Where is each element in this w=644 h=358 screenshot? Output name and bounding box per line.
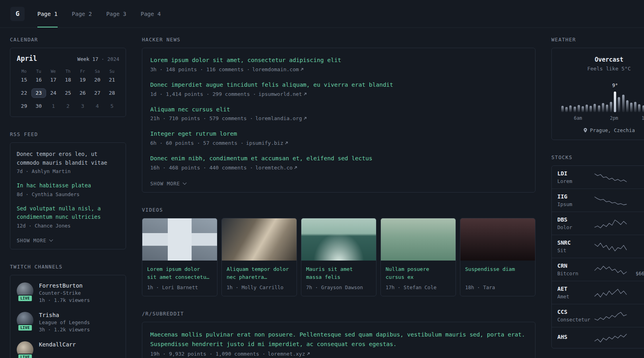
channel-avatar[interactable]: LIVE	[17, 312, 33, 329]
weather-hour-bar	[642, 105, 644, 112]
weather-hour	[568, 80, 572, 112]
stock-row[interactable]: AHS +0.46%	[552, 327, 644, 348]
hn-item-title[interactable]: Aliquam nec cursus elit	[150, 105, 527, 114]
stocks-title: STOCKS	[551, 154, 644, 160]
channel-name[interactable]: ForrestBurton	[39, 282, 90, 289]
external-link-icon	[303, 117, 307, 120]
stock-symbol: CRN	[557, 263, 594, 269]
calendar-widget: CALENDAR April Week 17 · 2024 Mo Tu We T…	[10, 37, 126, 117]
calendar-day: 20	[90, 75, 105, 85]
video-body: Lorem ipsum dolor sit amet consectetu… 1…	[142, 261, 217, 296]
video-meta: 1h · Molly Carrillo	[227, 284, 292, 290]
hn-meta-text: 16h · 468 points · 440 comments ·	[150, 165, 253, 171]
video-thumbnail[interactable]	[301, 218, 376, 261]
weather-hour-bar	[590, 106, 592, 112]
post-domain[interactable]: loremnet.xyz	[268, 351, 310, 357]
weather-hour	[589, 80, 593, 112]
stock-row[interactable]: LDI Lorem +4.35% $795.18	[552, 166, 644, 189]
stock-row[interactable]: DBS Dolor +1.42% $156.28	[552, 212, 644, 235]
stock-price: $156.28	[627, 224, 644, 230]
video-thumbnail[interactable]	[381, 218, 456, 261]
stock-sparkline	[594, 218, 627, 230]
hn-item-domain[interactable]: ipsumify.biz	[246, 140, 288, 146]
calendar-day: 19	[75, 75, 90, 85]
stock-name: Bitcorn	[557, 270, 594, 276]
channel-avatar[interactable]: LIVE	[17, 282, 33, 299]
hn-show-more-button[interactable]: SHOW MORE	[150, 181, 186, 187]
stock-right: +0.46%	[627, 334, 644, 342]
calendar-day: 25	[61, 88, 76, 98]
stock-price: $42.04	[627, 201, 644, 207]
hn-item-title[interactable]: Integer eget rutrum lorem	[150, 130, 527, 138]
post-title[interactable]: Maecenas mollis pulvinar erat non posuer…	[150, 330, 527, 349]
channel-info: Trisha League of Legends 3h · 1.2k viewe…	[39, 312, 90, 333]
stock-row[interactable]: CCS Consectetur +0.51% $165.84	[552, 304, 644, 327]
stock-right: +1.42% $156.28	[627, 216, 644, 230]
calendar-week-year: Week 17 · 2024	[78, 56, 119, 62]
video-thumbnail[interactable]	[142, 218, 217, 261]
weather-hour-bar	[622, 95, 625, 112]
weather-hour	[597, 80, 601, 112]
video-title[interactable]: Suspendisse diam	[465, 265, 530, 281]
stock-sparkline	[594, 171, 627, 183]
stock-sparkline	[594, 264, 627, 276]
weather-hour-bar	[614, 91, 616, 112]
rss-item-title[interactable]: Sed volutpat nulla nisl, a condimentum n…	[17, 204, 119, 222]
hacker-news-widget: HACKER NEWS Lorem ipsum dolor sit amet, …	[142, 37, 535, 193]
stock-right: +0.92% $499.72	[627, 286, 644, 300]
hn-item-domain[interactable]: ipsumworld.net	[258, 91, 307, 97]
hn-item-title[interactable]: Donec imperdiet augue tincidunt felis al…	[150, 81, 527, 90]
hn-item-domain[interactable]: loremtech.co	[255, 165, 297, 171]
stock-symbol: SNRC	[557, 239, 594, 246]
weather-hour-bar	[565, 107, 568, 112]
weather-hour	[561, 80, 564, 112]
header-bar: G Page 1 Page 2 Page 3 Page 4	[0, 0, 644, 28]
video-title[interactable]: Nullam posuere cursus ex	[386, 265, 451, 281]
channel-name[interactable]: Trisha	[39, 312, 90, 318]
domain-label: loremdomain.com	[252, 66, 299, 72]
calendar-weekday-row: Mo Tu We Th Fr Sa Su	[17, 69, 119, 75]
calendar-day: 28	[105, 88, 119, 98]
stock-change: +4.35%	[627, 170, 644, 177]
rss-show-more-button[interactable]: SHOW MORE	[17, 237, 52, 243]
weather-hour	[637, 80, 641, 112]
hn-item-title[interactable]: Lorem ipsum dolor sit amet, consectetur …	[150, 56, 527, 65]
tab-page-2[interactable]: Page 2	[72, 0, 92, 27]
weather-hour-bar	[634, 102, 636, 112]
hn-item: Donec imperdiet augue tincidunt felis al…	[150, 81, 527, 97]
channel-avatar[interactable]: LIVE	[17, 341, 33, 358]
stock-row[interactable]: CRN Bitcorn -1.00% $66,171.48	[552, 258, 644, 281]
rss-item-title[interactable]: Donec tempor eros leo, ut commodo mauris…	[17, 150, 119, 167]
rss-item-title[interactable]: In hac habitasse platea	[17, 181, 119, 190]
calendar-day: 26	[75, 88, 90, 98]
calendar-header: April Week 17 · 2024	[17, 54, 119, 62]
tab-page-4[interactable]: Page 4	[141, 0, 161, 27]
hacker-news-box: Lorem ipsum dolor sit amet, consectetur …	[142, 48, 535, 193]
live-badge: LIVE	[17, 295, 33, 302]
hn-item-domain[interactable]: loremlandia.org	[255, 115, 306, 121]
left-column: CALENDAR April Week 17 · 2024 Mo Tu We T…	[10, 37, 126, 358]
video-title[interactable]: Lorem ipsum dolor sit amet consectetu…	[147, 265, 212, 281]
video-title[interactable]: Mauris sit amet massa felis	[306, 265, 371, 281]
weather-hour	[601, 80, 605, 112]
channel-info: KendallCarr	[39, 341, 76, 349]
stock-row[interactable]: IIG Ipsum +2.84% $42.04	[552, 189, 644, 212]
app-logo[interactable]: G	[10, 7, 25, 21]
weather-hour-bar	[610, 102, 612, 112]
weather-hour-bar	[594, 104, 596, 112]
tab-page-3[interactable]: Page 3	[106, 0, 126, 27]
hn-item: Aliquam nec cursus elit 21h · 710 points…	[150, 105, 527, 122]
channel-meta: 3h · 1.2k viewers	[39, 327, 90, 333]
channel-name[interactable]: KendallCarr	[39, 341, 76, 348]
stock-row[interactable]: SNRC Sit +1.36% $148.64	[552, 235, 644, 258]
hn-item-domain[interactable]: loremdomain.com	[252, 66, 303, 72]
video-title[interactable]: Aliquam tempor dolor nec pharetra…	[227, 265, 292, 281]
main-grid: CALENDAR April Week 17 · 2024 Mo Tu We T…	[0, 28, 644, 358]
stock-row[interactable]: AET Amet +0.92% $499.72	[552, 281, 644, 304]
video-thumbnail[interactable]	[460, 218, 535, 261]
tab-page-1[interactable]: Page 1	[37, 0, 58, 27]
video-thumbnail[interactable]	[222, 218, 297, 261]
calendar-box: April Week 17 · 2024 Mo Tu We Th Fr Sa S…	[10, 48, 126, 117]
stock-price: $499.72	[627, 294, 644, 300]
hn-item-title[interactable]: Donec enim nibh, condimentum et accumsan…	[150, 154, 527, 163]
